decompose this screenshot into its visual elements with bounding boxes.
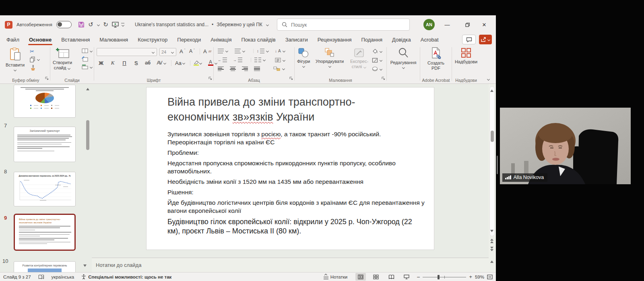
restore-button[interactable]: [459, 15, 476, 34]
font-size-combo[interactable]: 24: [159, 48, 176, 56]
justify-button[interactable]: [254, 67, 260, 71]
columns-button[interactable]: [251, 58, 266, 62]
decrease-indent-button[interactable]: ←: [218, 58, 227, 62]
quick-styles-button[interactable]: Експрес-стилі: [350, 48, 368, 69]
normal-view-button[interactable]: [355, 273, 366, 281]
paste-dropdown-icon[interactable]: [14, 69, 17, 71]
reading-view-button[interactable]: [386, 273, 396, 281]
new-slide-button[interactable]: Створитислайд: [53, 48, 72, 71]
numbering-button[interactable]: [235, 49, 246, 53]
tab-review[interactable]: Рецензування: [313, 34, 357, 45]
tab-animations[interactable]: Анімація: [206, 34, 236, 45]
save-status-label[interactable]: Збережено у цей ПК: [217, 22, 262, 27]
grow-font-button[interactable]: Aˆ: [180, 48, 185, 54]
accessibility-status[interactable]: Спеціальні можливості: щось не так: [81, 274, 171, 279]
shapes-dropdown-icon[interactable]: [302, 65, 305, 68]
powerpoint-logo-icon[interactable]: P: [5, 21, 12, 29]
slide-8-thumbnail[interactable]: Динаміка вантажних перевезень за 2023-20…: [14, 172, 76, 206]
comments-button[interactable]: [462, 35, 476, 44]
undo-icon[interactable]: ↺: [87, 20, 95, 29]
slide-9-thumbnail-selected[interactable]: Війна привела до зміни транспортно- екон…: [14, 214, 76, 251]
slide-layout-button[interactable]: [82, 48, 93, 53]
tab-draw[interactable]: Малювання: [95, 34, 133, 45]
text-sort-button[interactable]: ↓A: [275, 49, 286, 53]
zoom-slider-thumb[interactable]: [438, 275, 440, 279]
arrange-button[interactable]: Упорядкувати: [316, 48, 344, 67]
start-slideshow-icon[interactable]: [111, 20, 120, 29]
align-right-button[interactable]: [242, 67, 248, 71]
collapse-ribbon-icon[interactable]: [487, 78, 490, 81]
copy-button[interactable]: [30, 56, 40, 62]
scrollbar-track[interactable]: [489, 86, 495, 236]
main-scrollbar[interactable]: [489, 84, 496, 272]
text-shadow-button[interactable]: S: [132, 60, 140, 66]
fit-slide-icon[interactable]: [487, 275, 493, 279]
slide-10-thumbnail[interactable]: Розвиток контрейлерних перевезень: [14, 261, 76, 272]
strikethrough-button[interactable]: аб: [144, 60, 151, 66]
shape-outline-button[interactable]: [372, 58, 383, 63]
account-avatar[interactable]: AN: [423, 19, 435, 30]
thumbnail-scroll-up-icon[interactable]: [86, 88, 89, 90]
tab-file[interactable]: Файл: [2, 34, 24, 45]
next-slide-button[interactable]: [490, 247, 493, 251]
autosave-toggle[interactable]: [56, 21, 72, 28]
zoom-slider[interactable]: [423, 275, 466, 279]
tab-acrobat[interactable]: Acrobat: [416, 34, 444, 45]
clipboard-dialog-launcher-icon[interactable]: [45, 75, 49, 82]
zoom-in-button[interactable]: +: [469, 274, 472, 280]
minimize-button[interactable]: —: [439, 15, 456, 34]
search-input[interactable]: Пошук: [277, 19, 410, 31]
shape-effects-button[interactable]: [372, 67, 383, 72]
panel-resize-handle[interactable]: [497, 156, 498, 174]
editing-button[interactable]: Редагування: [390, 48, 417, 69]
character-spacing-button[interactable]: AV: [156, 60, 167, 66]
font-name-combo[interactable]: [97, 48, 157, 56]
align-center-button[interactable]: [230, 67, 236, 71]
share-button[interactable]: [479, 35, 492, 44]
scroll-up-icon[interactable]: [490, 90, 493, 92]
font-dialog-launcher-icon[interactable]: [208, 75, 212, 82]
underline-button[interactable]: П: [121, 60, 128, 66]
arrange-dropdown-icon[interactable]: [328, 65, 331, 68]
shape-fill-button[interactable]: [372, 49, 383, 54]
thumbnail-scroll-down-icon[interactable]: [83, 264, 87, 267]
cut-button[interactable]: ✂: [30, 48, 34, 54]
scroll-thumb[interactable]: [491, 131, 494, 142]
thumbnail-scrollbar[interactable]: [85, 85, 91, 262]
previous-slide-button[interactable]: [490, 239, 493, 243]
highlight-button[interactable]: [190, 60, 202, 66]
align-left-button[interactable]: [218, 67, 224, 71]
save-status-dropdown-icon[interactable]: [266, 23, 269, 26]
line-spacing-button[interactable]: ↕: [253, 49, 269, 53]
save-icon[interactable]: [77, 20, 85, 29]
tab-view[interactable]: Подання: [356, 34, 387, 45]
undo-dropdown-icon[interactable]: [97, 23, 100, 26]
paragraph-dialog-launcher-icon[interactable]: [289, 75, 293, 82]
shapes-button[interactable]: Фігури: [297, 48, 310, 67]
tab-record[interactable]: Записати: [281, 34, 313, 45]
section-button[interactable]: [82, 65, 93, 69]
shrink-font-button[interactable]: Aˇ: [189, 48, 195, 54]
document-title[interactable]: Ukraine's transport statistics and...: [135, 22, 208, 27]
notes-toggle-button[interactable]: Нотатки: [324, 274, 347, 279]
bold-button[interactable]: Ж: [97, 60, 105, 66]
notes-pane[interactable]: Нотатки до слайда: [92, 258, 489, 272]
thumbnail-scroll-thumb[interactable]: [86, 120, 89, 150]
clear-formatting-button[interactable]: A: [200, 48, 211, 54]
spellcheck-button[interactable]: [38, 275, 44, 279]
tab-design[interactable]: Конструктор: [133, 34, 172, 45]
italic-button[interactable]: K: [109, 60, 116, 66]
drawing-dialog-launcher-icon[interactable]: [382, 75, 385, 82]
slide-indicator[interactable]: Слайд 9 з 27: [3, 275, 31, 279]
scroll-down-icon[interactable]: [490, 230, 493, 232]
slide-6-thumbnail[interactable]: [14, 85, 76, 118]
tab-transitions[interactable]: Переходи: [172, 34, 206, 45]
copy-dropdown-icon[interactable]: [37, 58, 40, 61]
new-slide-dropdown-icon[interactable]: [68, 67, 70, 70]
increase-indent-button[interactable]: →: [233, 58, 242, 62]
editing-dropdown-icon[interactable]: [402, 66, 405, 69]
slide-sorter-view-button[interactable]: [371, 273, 381, 281]
reset-slide-button[interactable]: [82, 56, 88, 62]
paste-button[interactable]: Вставити: [6, 48, 25, 71]
notes-scroll-up-icon[interactable]: [490, 260, 493, 263]
